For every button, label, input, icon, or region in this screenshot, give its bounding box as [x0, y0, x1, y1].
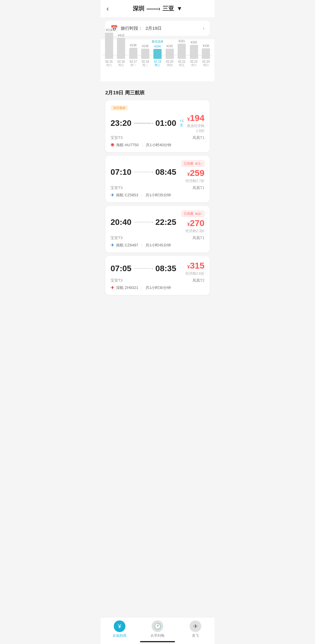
chart-col[interactable]: ¥41602.16周日 — [115, 34, 127, 67]
chart-col[interactable]: ¥19502.18周二 — [139, 45, 152, 67]
price-col: 已优惠 ¥10 › ¥270 经济舱2.3折 — [181, 211, 204, 234]
chart-weekday: 周六 — [106, 63, 112, 67]
chart-col[interactable]: ¥19502.20周四 — [164, 45, 176, 67]
airline-name: 深航 ZH9321 — [116, 285, 138, 290]
discount-badge[interactable]: 已优惠 ¥10 › — [181, 211, 204, 217]
flight-main-row: 07:10 › 08:45 已优惠 ¥71 › ¥259 经济舱2.7折 — [111, 160, 204, 184]
chart-weekday: 周日 — [203, 63, 209, 67]
chart-weekday: 周五 — [179, 63, 185, 67]
flight-arrow: › — [134, 121, 153, 125]
flight-airline: ❋ 海航 HU7750 ｜ 共1小时40分钟 — [111, 142, 171, 148]
flight-airports: 宝安T3 凤凰T1 — [111, 185, 204, 190]
chart-bar — [117, 38, 125, 59]
flight-main-row: 07:05 › 08:35 ¥315 经济舱2.6折 — [111, 261, 204, 276]
home-indicator — [140, 641, 175, 642]
chart-weekday: 周一 — [130, 63, 136, 67]
flight-duration: 共1小时40分钟 — [146, 142, 171, 148]
chart-bar — [153, 49, 162, 59]
flight-airports: 宝安T3 凤凰T1 — [111, 235, 204, 241]
discount-amount: ¥10 — [195, 212, 200, 216]
price-symbol: ¥ — [187, 264, 190, 269]
cabin-discount: 经济舱2.7折 — [186, 179, 204, 184]
section-title: 2月19日 周三航班 — [105, 89, 210, 96]
depart-airport: 宝安T3 — [111, 235, 123, 241]
dropdown-icon[interactable]: ▼ — [176, 5, 182, 12]
date-selector-value: 2月19日 — [146, 26, 162, 31]
airline-name: 南航 CZ6497 — [116, 243, 138, 248]
cabin-label: 惠选经济舱1.6折 — [184, 123, 204, 133]
flight-info-row: ✈ 南航 CZ6497 ｜ 共1小时45分钟 — [111, 242, 204, 248]
nav-icon-time: 🕐 — [152, 620, 163, 632]
depart-airport: 宝安T3 — [111, 278, 123, 283]
flight-duration: 共1小时30分钟 — [146, 285, 171, 290]
header: ‹ 深圳 ——› 三亚 ▼ — [101, 0, 214, 17]
flight-main-row: 23:20 › 01:00 +1天 ¥194 惠选经济舱1.6折 — [111, 113, 204, 133]
chart-col[interactable]: ¥51802.15周六 — [103, 29, 115, 67]
flight-price: ¥270 — [187, 218, 204, 228]
chart-price: ¥281 — [178, 40, 185, 43]
depart-airport: 宝安T3 — [111, 185, 123, 190]
flight-arrow: › — [134, 267, 153, 271]
arrive-airport: 凤凰T2 — [192, 278, 204, 283]
chart-date: 02.20 — [166, 60, 173, 63]
price-col: 已优惠 ¥71 › ¥259 经济舱2.7折 — [181, 160, 204, 184]
back-button[interactable]: ‹ — [106, 5, 109, 13]
discount-chevron: › — [201, 212, 202, 215]
discount-badge[interactable]: 已优惠 ¥71 › — [181, 160, 204, 167]
divider: ｜ — [140, 193, 144, 198]
nav-sort-time[interactable]: 🕐 从早到晚 — [139, 620, 176, 638]
depart-time: 07:10 — [111, 167, 132, 177]
chart-date: 02.23 — [202, 60, 210, 63]
flight-card[interactable]: 当日低价 23:20 › 01:00 +1天 ¥194 惠选经济舱1.6折 宝安… — [105, 100, 210, 152]
nav-icon-price: ¥ — [114, 620, 125, 632]
flight-duration: 共1小时45分钟 — [146, 243, 171, 248]
flight-times: 07:10 › 08:45 — [111, 167, 176, 177]
cabin-discount: 经济舱2.3折 — [186, 229, 204, 234]
chart-bar — [166, 49, 174, 59]
nav-label-direct: 直飞 — [192, 633, 199, 638]
airline-name: 南航 CZ5853 — [116, 193, 138, 198]
bottom-nav: ¥ 从低到高 🕐 从早到晚 ✈ 直飞 — [101, 617, 214, 644]
price-chart: ¥51802.15周六¥41602.16周日¥19802.17周一¥19502.… — [101, 39, 214, 81]
next-day-badge: +1天 — [180, 119, 184, 128]
airline-icon: ✈ — [111, 285, 114, 290]
chart-col[interactable]: ¥26502.22周六 — [188, 41, 200, 67]
date-selector-left: 📅 旅行时段： 2月19日 — [111, 25, 162, 32]
chart-weekday: 周二 — [142, 63, 148, 67]
chart-bar — [129, 48, 137, 59]
discount-badge-label: 已优惠 — [184, 161, 193, 166]
airline-icon: ❋ — [111, 142, 114, 148]
flight-card[interactable]: 07:10 › 08:45 已优惠 ¥71 › ¥259 经济舱2.7折 — [105, 156, 210, 202]
flight-arrow: › — [134, 170, 153, 174]
route-arrow: ——› — [147, 5, 160, 12]
best-label: 最优选择 — [152, 40, 163, 44]
from-city: 深圳 — [133, 5, 144, 13]
nav-sort-price[interactable]: ¥ 从低到高 — [101, 620, 139, 638]
date-selector-arrow: › — [203, 25, 204, 31]
flight-card[interactable]: 20:40 › 22:25 已优惠 ¥10 › ¥270 经济舱2.3折 — [105, 206, 210, 253]
chart-bar — [105, 33, 113, 59]
nav-direct[interactable]: ✈ 直飞 — [176, 620, 214, 638]
discount-chevron: › — [201, 162, 202, 165]
price-col: ¥194 惠选经济舱1.6折 — [184, 113, 204, 133]
route-title[interactable]: 深圳 ——› 三亚 ▼ — [133, 5, 182, 13]
chart-bar — [202, 48, 210, 59]
flight-card[interactable]: 07:05 › 08:35 ¥315 经济舱2.6折 宝安T3 凤凰T2 — [105, 256, 210, 295]
chart-price: ¥416 — [118, 34, 124, 37]
chart-price: ¥195 — [166, 45, 173, 48]
chart-col[interactable]: 最优选择¥19402.19周三 — [151, 45, 164, 67]
chart-bars-container[interactable]: ¥51802.15周六¥41602.16周日¥19802.17周一¥19502.… — [103, 44, 212, 79]
chart-weekday: 周日 — [118, 63, 124, 67]
chart-col[interactable]: ¥19602.23周日 — [200, 44, 212, 67]
flight-arrow: › — [134, 220, 153, 224]
nav-label-price: 从低到高 — [113, 633, 127, 638]
flight-price: ¥194 — [187, 113, 204, 123]
chart-col[interactable]: ¥28102.21周五 — [176, 40, 188, 67]
price-symbol: ¥ — [187, 172, 190, 177]
divider: ｜ — [140, 285, 144, 290]
chart-price: ¥195 — [142, 45, 148, 48]
airline-icon: ✈ — [111, 242, 114, 248]
divider: ｜ — [140, 243, 144, 248]
arrive-time: 22:25 — [155, 218, 176, 227]
chart-col[interactable]: ¥19802.17周一 — [127, 44, 139, 67]
